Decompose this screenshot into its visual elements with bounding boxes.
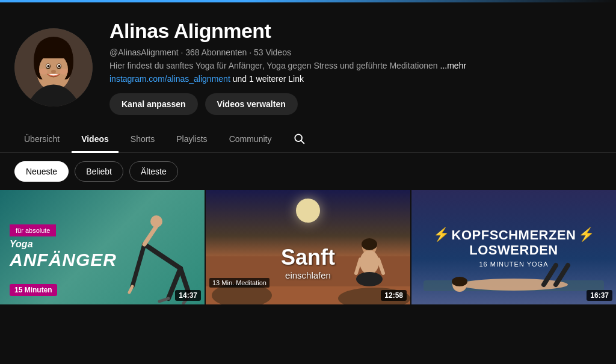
thumb-2-title: Sanft: [281, 245, 335, 270]
video-duration-1: 14:37: [175, 290, 201, 301]
avatar: [14, 28, 93, 106]
video-card-2[interactable]: Sanft einschlafen 13 Min. Meditation 12:…: [206, 190, 410, 304]
channel-buttons: Kanal anpassen Videos verwalten: [109, 93, 602, 115]
tab-ubersicht[interactable]: Übersicht: [14, 127, 69, 153]
channel-header: Alinas Alignment @AlinasAlignment · 368 …: [0, 2, 616, 127]
video-thumbnail-1: für absolute Yoga ANFÄNGER 15 Minuten 14…: [0, 190, 205, 304]
channel-description: Hier findest du sanftes Yoga für Anfänge…: [109, 61, 602, 70]
thumb-1-yoga: Yoga: [10, 239, 195, 250]
video-thumbnail-3: ⚡ KOPFSCHMERZEN ⚡ LOSWERDEN 16 MINUTEN Y…: [411, 190, 616, 304]
customize-channel-button[interactable]: Kanal anpassen: [109, 93, 198, 115]
filter-bar: Neueste Beliebt Älteste: [0, 153, 616, 190]
filter-oldest-button[interactable]: Älteste: [129, 161, 178, 182]
svg-point-15: [39, 69, 48, 75]
video-card-3[interactable]: ⚡ KOPFSCHMERZEN ⚡ LOSWERDEN 16 MINUTEN Y…: [411, 190, 616, 304]
filter-newest-button[interactable]: Neueste: [14, 161, 69, 182]
thumb-3-sub: 16 MINUTEN YOGA: [479, 261, 548, 268]
channel-name: Alinas Alignment: [109, 19, 602, 43]
channel-nav: Übersicht Videos Shorts Playlists Commun…: [0, 127, 616, 153]
bolt-icon-right: ⚡: [578, 227, 594, 242]
thumb-2-sub-label: 13 Min. Meditation: [209, 278, 270, 288]
video-grid: für absolute Yoga ANFÄNGER 15 Minuten 14…: [0, 190, 616, 304]
tab-playlists[interactable]: Playlists: [167, 127, 217, 153]
channel-meta: @AlinasAlignment · 368 Abonnenten · 53 V…: [109, 48, 602, 57]
thumb-2-sub: einschlafen: [285, 270, 331, 280]
thumb-3-overlay: ⚡ KOPFSCHMERZEN ⚡ LOSWERDEN 16 MINUTEN Y…: [411, 190, 616, 304]
channel-info: Alinas Alignment @AlinasAlignment · 368 …: [109, 19, 602, 115]
tab-shorts[interactable]: Shorts: [121, 127, 164, 153]
video-thumbnail-2: Sanft einschlafen 13 Min. Meditation 12:…: [206, 190, 410, 304]
video-duration-3: 16:37: [587, 290, 612, 301]
thumb-3-title-2: LOSWERDEN: [469, 242, 558, 258]
svg-point-12: [58, 65, 61, 67]
search-icon[interactable]: [288, 128, 310, 152]
thumb-3-title-1: KOPFSCHMERZEN: [452, 227, 576, 242]
instagram-link[interactable]: instagram.com/alinas_alignment: [109, 74, 230, 84]
thumb-1-anfanger: ANFÄNGER: [10, 250, 195, 270]
video-card-1[interactable]: für absolute Yoga ANFÄNGER 15 Minuten 14…: [0, 190, 205, 304]
thumb-1-overlay: für absolute Yoga ANFÄNGER 15 Minuten: [0, 190, 205, 304]
svg-point-11: [48, 65, 50, 67]
tab-community[interactable]: Community: [220, 127, 282, 153]
channel-links: instagram.com/alinas_alignment und 1 wei…: [109, 74, 602, 84]
tab-videos[interactable]: Videos: [72, 127, 119, 153]
more-link[interactable]: ...mehr: [440, 61, 467, 70]
thumb-1-minutes: 15 Minuten: [10, 284, 57, 296]
svg-point-13: [51, 70, 56, 73]
svg-point-16: [60, 69, 68, 75]
svg-line-18: [301, 140, 304, 143]
video-duration-2: 12:58: [381, 290, 407, 301]
manage-videos-button[interactable]: Videos verwalten: [205, 93, 298, 115]
bolt-icon-left: ⚡: [433, 227, 449, 242]
filter-popular-button[interactable]: Beliebt: [75, 161, 123, 182]
thumb-1-tag: für absolute: [10, 224, 56, 236]
